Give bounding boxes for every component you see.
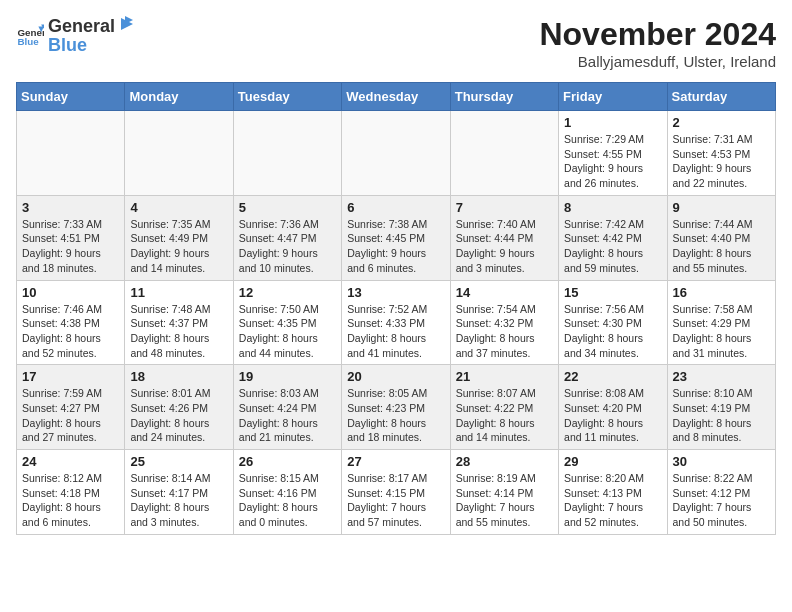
day-number: 23 bbox=[673, 369, 770, 384]
calendar-table: SundayMondayTuesdayWednesdayThursdayFrid… bbox=[16, 82, 776, 535]
title-area: November 2024 Ballyjamesduff, Ulster, Ir… bbox=[539, 16, 776, 70]
calendar-subtitle: Ballyjamesduff, Ulster, Ireland bbox=[539, 53, 776, 70]
day-number: 11 bbox=[130, 285, 227, 300]
calendar-cell: 10Sunrise: 7:46 AM Sunset: 4:38 PM Dayli… bbox=[17, 280, 125, 365]
day-number: 1 bbox=[564, 115, 661, 130]
day-info: Sunrise: 7:59 AM Sunset: 4:27 PM Dayligh… bbox=[22, 386, 119, 445]
day-number: 14 bbox=[456, 285, 553, 300]
calendar-cell: 23Sunrise: 8:10 AM Sunset: 4:19 PM Dayli… bbox=[667, 365, 775, 450]
day-info: Sunrise: 7:38 AM Sunset: 4:45 PM Dayligh… bbox=[347, 217, 444, 276]
day-number: 18 bbox=[130, 369, 227, 384]
day-info: Sunrise: 7:36 AM Sunset: 4:47 PM Dayligh… bbox=[239, 217, 336, 276]
calendar-cell bbox=[342, 111, 450, 196]
day-info: Sunrise: 7:44 AM Sunset: 4:40 PM Dayligh… bbox=[673, 217, 770, 276]
day-number: 25 bbox=[130, 454, 227, 469]
day-number: 4 bbox=[130, 200, 227, 215]
day-number: 22 bbox=[564, 369, 661, 384]
day-number: 20 bbox=[347, 369, 444, 384]
weekday-header-saturday: Saturday bbox=[667, 83, 775, 111]
week-row-1: 1Sunrise: 7:29 AM Sunset: 4:55 PM Daylig… bbox=[17, 111, 776, 196]
calendar-cell: 13Sunrise: 7:52 AM Sunset: 4:33 PM Dayli… bbox=[342, 280, 450, 365]
day-number: 7 bbox=[456, 200, 553, 215]
day-number: 5 bbox=[239, 200, 336, 215]
day-number: 29 bbox=[564, 454, 661, 469]
logo-icon: General Blue bbox=[16, 21, 44, 49]
calendar-cell bbox=[17, 111, 125, 196]
logo-arrow-icon bbox=[117, 16, 133, 32]
calendar-cell bbox=[450, 111, 558, 196]
logo-general-text: General bbox=[48, 17, 115, 35]
day-number: 26 bbox=[239, 454, 336, 469]
day-number: 28 bbox=[456, 454, 553, 469]
day-number: 30 bbox=[673, 454, 770, 469]
header: General Blue General Blue November 2024 … bbox=[16, 16, 776, 70]
day-info: Sunrise: 8:22 AM Sunset: 4:12 PM Dayligh… bbox=[673, 471, 770, 530]
calendar-cell: 28Sunrise: 8:19 AM Sunset: 4:14 PM Dayli… bbox=[450, 450, 558, 535]
day-number: 24 bbox=[22, 454, 119, 469]
svg-text:Blue: Blue bbox=[17, 36, 39, 47]
day-info: Sunrise: 8:17 AM Sunset: 4:15 PM Dayligh… bbox=[347, 471, 444, 530]
day-info: Sunrise: 7:48 AM Sunset: 4:37 PM Dayligh… bbox=[130, 302, 227, 361]
weekday-header-tuesday: Tuesday bbox=[233, 83, 341, 111]
calendar-cell: 16Sunrise: 7:58 AM Sunset: 4:29 PM Dayli… bbox=[667, 280, 775, 365]
calendar-cell: 21Sunrise: 8:07 AM Sunset: 4:22 PM Dayli… bbox=[450, 365, 558, 450]
week-row-5: 24Sunrise: 8:12 AM Sunset: 4:18 PM Dayli… bbox=[17, 450, 776, 535]
day-number: 2 bbox=[673, 115, 770, 130]
day-number: 19 bbox=[239, 369, 336, 384]
calendar-title: November 2024 bbox=[539, 16, 776, 53]
calendar-cell: 11Sunrise: 7:48 AM Sunset: 4:37 PM Dayli… bbox=[125, 280, 233, 365]
calendar-cell: 2Sunrise: 7:31 AM Sunset: 4:53 PM Daylig… bbox=[667, 111, 775, 196]
day-info: Sunrise: 8:12 AM Sunset: 4:18 PM Dayligh… bbox=[22, 471, 119, 530]
calendar-cell: 8Sunrise: 7:42 AM Sunset: 4:42 PM Daylig… bbox=[559, 195, 667, 280]
calendar-cell: 30Sunrise: 8:22 AM Sunset: 4:12 PM Dayli… bbox=[667, 450, 775, 535]
calendar-cell: 19Sunrise: 8:03 AM Sunset: 4:24 PM Dayli… bbox=[233, 365, 341, 450]
week-row-2: 3Sunrise: 7:33 AM Sunset: 4:51 PM Daylig… bbox=[17, 195, 776, 280]
calendar-cell: 18Sunrise: 8:01 AM Sunset: 4:26 PM Dayli… bbox=[125, 365, 233, 450]
calendar-cell: 25Sunrise: 8:14 AM Sunset: 4:17 PM Dayli… bbox=[125, 450, 233, 535]
day-number: 15 bbox=[564, 285, 661, 300]
day-number: 6 bbox=[347, 200, 444, 215]
calendar-cell: 7Sunrise: 7:40 AM Sunset: 4:44 PM Daylig… bbox=[450, 195, 558, 280]
calendar-cell: 27Sunrise: 8:17 AM Sunset: 4:15 PM Dayli… bbox=[342, 450, 450, 535]
calendar-cell: 5Sunrise: 7:36 AM Sunset: 4:47 PM Daylig… bbox=[233, 195, 341, 280]
day-info: Sunrise: 7:35 AM Sunset: 4:49 PM Dayligh… bbox=[130, 217, 227, 276]
day-info: Sunrise: 7:31 AM Sunset: 4:53 PM Dayligh… bbox=[673, 132, 770, 191]
day-info: Sunrise: 8:07 AM Sunset: 4:22 PM Dayligh… bbox=[456, 386, 553, 445]
day-info: Sunrise: 8:08 AM Sunset: 4:20 PM Dayligh… bbox=[564, 386, 661, 445]
day-info: Sunrise: 7:29 AM Sunset: 4:55 PM Dayligh… bbox=[564, 132, 661, 191]
day-number: 17 bbox=[22, 369, 119, 384]
calendar-cell: 1Sunrise: 7:29 AM Sunset: 4:55 PM Daylig… bbox=[559, 111, 667, 196]
day-number: 12 bbox=[239, 285, 336, 300]
day-number: 3 bbox=[22, 200, 119, 215]
calendar-cell: 24Sunrise: 8:12 AM Sunset: 4:18 PM Dayli… bbox=[17, 450, 125, 535]
calendar-cell: 17Sunrise: 7:59 AM Sunset: 4:27 PM Dayli… bbox=[17, 365, 125, 450]
day-info: Sunrise: 8:15 AM Sunset: 4:16 PM Dayligh… bbox=[239, 471, 336, 530]
calendar-cell: 6Sunrise: 7:38 AM Sunset: 4:45 PM Daylig… bbox=[342, 195, 450, 280]
day-number: 21 bbox=[456, 369, 553, 384]
calendar-cell: 22Sunrise: 8:08 AM Sunset: 4:20 PM Dayli… bbox=[559, 365, 667, 450]
day-number: 16 bbox=[673, 285, 770, 300]
day-info: Sunrise: 7:54 AM Sunset: 4:32 PM Dayligh… bbox=[456, 302, 553, 361]
day-info: Sunrise: 8:03 AM Sunset: 4:24 PM Dayligh… bbox=[239, 386, 336, 445]
calendar-cell: 14Sunrise: 7:54 AM Sunset: 4:32 PM Dayli… bbox=[450, 280, 558, 365]
logo: General Blue General Blue bbox=[16, 16, 133, 54]
week-row-4: 17Sunrise: 7:59 AM Sunset: 4:27 PM Dayli… bbox=[17, 365, 776, 450]
day-info: Sunrise: 7:42 AM Sunset: 4:42 PM Dayligh… bbox=[564, 217, 661, 276]
day-info: Sunrise: 7:33 AM Sunset: 4:51 PM Dayligh… bbox=[22, 217, 119, 276]
day-info: Sunrise: 7:58 AM Sunset: 4:29 PM Dayligh… bbox=[673, 302, 770, 361]
day-info: Sunrise: 7:56 AM Sunset: 4:30 PM Dayligh… bbox=[564, 302, 661, 361]
calendar-cell: 20Sunrise: 8:05 AM Sunset: 4:23 PM Dayli… bbox=[342, 365, 450, 450]
calendar-cell bbox=[125, 111, 233, 196]
day-number: 10 bbox=[22, 285, 119, 300]
calendar-cell: 29Sunrise: 8:20 AM Sunset: 4:13 PM Dayli… bbox=[559, 450, 667, 535]
calendar-cell: 12Sunrise: 7:50 AM Sunset: 4:35 PM Dayli… bbox=[233, 280, 341, 365]
calendar-cell: 4Sunrise: 7:35 AM Sunset: 4:49 PM Daylig… bbox=[125, 195, 233, 280]
weekday-header-wednesday: Wednesday bbox=[342, 83, 450, 111]
calendar-cell: 26Sunrise: 8:15 AM Sunset: 4:16 PM Dayli… bbox=[233, 450, 341, 535]
day-info: Sunrise: 8:01 AM Sunset: 4:26 PM Dayligh… bbox=[130, 386, 227, 445]
calendar-cell: 9Sunrise: 7:44 AM Sunset: 4:40 PM Daylig… bbox=[667, 195, 775, 280]
weekday-header-thursday: Thursday bbox=[450, 83, 558, 111]
calendar-cell: 15Sunrise: 7:56 AM Sunset: 4:30 PM Dayli… bbox=[559, 280, 667, 365]
weekday-header-friday: Friday bbox=[559, 83, 667, 111]
day-number: 27 bbox=[347, 454, 444, 469]
